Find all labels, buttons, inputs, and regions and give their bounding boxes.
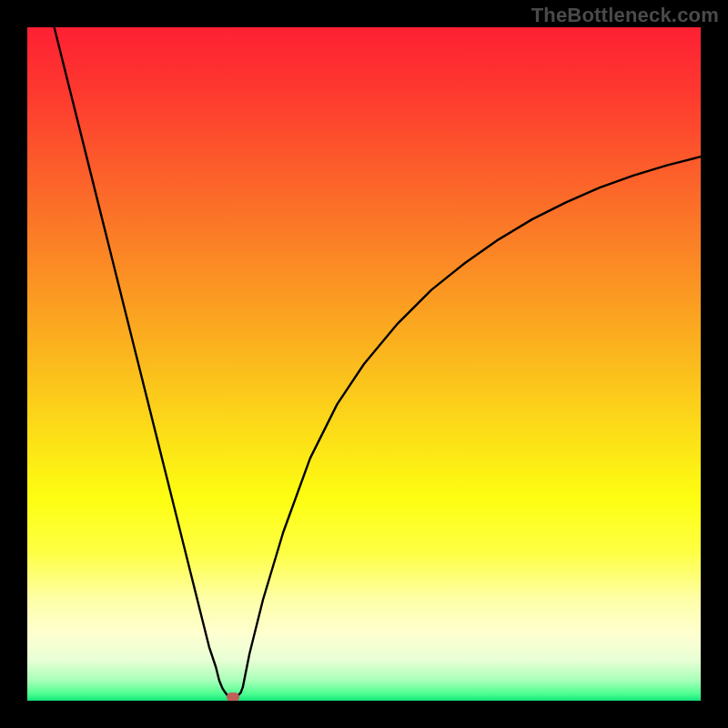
curve-layer [27, 27, 701, 701]
optimal-marker [227, 693, 239, 701]
bottleneck-curve [55, 27, 701, 697]
chart-stage: TheBottleneck.com [0, 0, 728, 728]
watermark-text: TheBottleneck.com [531, 4, 719, 27]
plot-area [27, 27, 701, 701]
